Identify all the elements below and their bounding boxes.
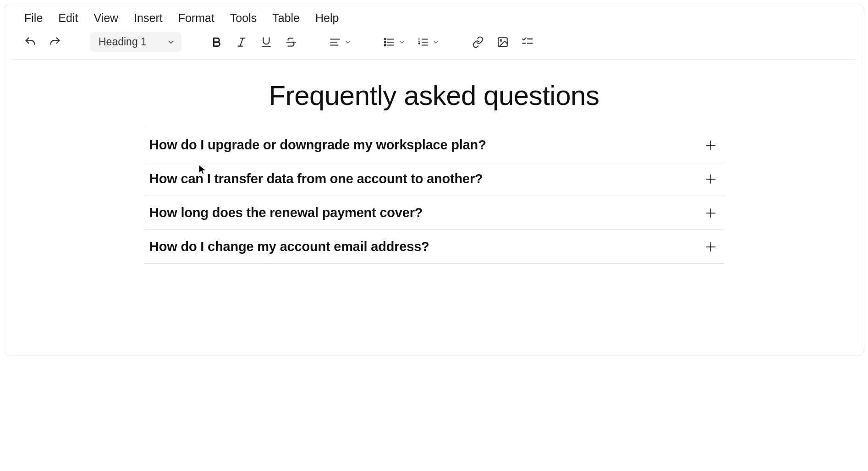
image-button[interactable]: [493, 33, 512, 52]
accordion: How do I upgrade or downgrade my workspl…: [144, 128, 724, 264]
menu-view[interactable]: View: [93, 11, 118, 25]
toolbar: Heading 1: [4, 29, 864, 59]
menubar: File Edit View Insert Format Tools Table…: [4, 4, 864, 29]
image-icon: [497, 36, 509, 48]
undo-button[interactable]: [21, 33, 40, 52]
align-button[interactable]: [326, 34, 355, 50]
underline-icon: [260, 36, 272, 48]
checklist-icon: [521, 36, 534, 49]
align-left-icon: [329, 36, 341, 48]
italic-button[interactable]: [232, 33, 251, 52]
link-icon: [472, 36, 484, 48]
accordion-item[interactable]: How can I transfer data from one account…: [144, 162, 724, 196]
underline-button[interactable]: [257, 33, 276, 52]
bullet-list-button[interactable]: [380, 34, 409, 50]
svg-point-13: [385, 44, 386, 45]
strikethrough-button[interactable]: [281, 33, 301, 52]
italic-icon: [236, 36, 247, 48]
accordion-question: How long does the renewal payment cover?: [149, 205, 423, 220]
accordion-question: How can I transfer data from one account…: [149, 171, 483, 186]
expand-icon[interactable]: [704, 240, 718, 254]
svg-point-18: [500, 39, 501, 41]
title-text: Frequently asked questions: [269, 80, 599, 111]
menu-file[interactable]: File: [24, 11, 43, 25]
accordion-item[interactable]: How do I upgrade or downgrade my workspl…: [144, 128, 724, 162]
chevron-down-icon: [398, 38, 406, 46]
accordion-item[interactable]: How do I change my account email address…: [144, 230, 724, 264]
svg-line-2: [240, 38, 243, 46]
menu-tools[interactable]: Tools: [230, 11, 257, 25]
bold-icon: [211, 36, 223, 48]
expand-icon[interactable]: [704, 206, 718, 220]
chevron-down-icon: [344, 38, 352, 46]
chevron-down-icon: [167, 38, 175, 46]
menu-table[interactable]: Table: [272, 11, 300, 25]
editor-window: File Edit View Insert Format Tools Table…: [4, 4, 864, 356]
numbered-list-button[interactable]: [414, 34, 443, 50]
menu-edit[interactable]: Edit: [58, 11, 78, 25]
svg-point-12: [385, 41, 386, 43]
menu-format[interactable]: Format: [178, 11, 214, 25]
block-format-select[interactable]: Heading 1: [90, 32, 181, 52]
bold-button[interactable]: [207, 33, 226, 52]
redo-button[interactable]: [45, 33, 65, 52]
checklist-button[interactable]: [518, 33, 537, 52]
bullet-list-icon: [383, 36, 395, 48]
chevron-down-icon: [432, 38, 440, 46]
svg-point-11: [385, 38, 386, 39]
undo-icon: [24, 36, 37, 49]
menu-insert[interactable]: Insert: [134, 11, 163, 25]
link-button[interactable]: [468, 33, 488, 52]
redo-icon: [49, 36, 61, 49]
numbered-list-icon: [417, 36, 429, 48]
accordion-question: How do I upgrade or downgrade my workspl…: [149, 137, 486, 153]
expand-icon[interactable]: [704, 138, 718, 152]
block-format-label: Heading 1: [99, 36, 147, 48]
accordion-question: How do I change my account email address…: [149, 239, 429, 254]
strikethrough-icon: [285, 36, 297, 48]
document-canvas[interactable]: Frequently asked questions How do I upgr…: [4, 60, 864, 356]
page-title[interactable]: Frequently asked questions: [4, 73, 864, 128]
expand-icon[interactable]: [704, 172, 718, 186]
accordion-item[interactable]: How long does the renewal payment cover?: [144, 196, 724, 230]
menu-help[interactable]: Help: [315, 11, 339, 25]
